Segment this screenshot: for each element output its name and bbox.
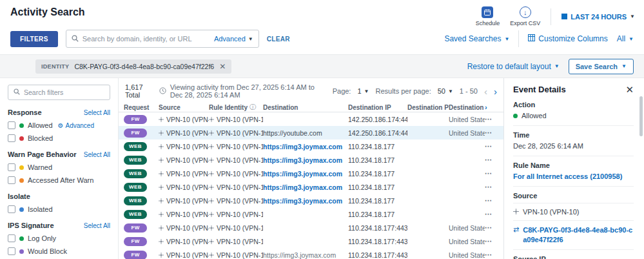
table-row[interactable]: FW VPN-10 (VPN-10) VPN-10 (VPN-10) https…	[119, 248, 503, 259]
table-row[interactable]: WEB VPN-10 (VPN-10) VPN-10 (VPN-10) http…	[119, 140, 503, 153]
row-actions-menu-icon[interactable]: ⋯	[485, 169, 499, 178]
checkbox[interactable]	[8, 205, 15, 213]
rule-identity-cell-label: VPN-10 (VPN-10)	[217, 238, 263, 245]
saved-searches-dropdown[interactable]: Saved Searches ▼	[444, 34, 509, 43]
checkbox[interactable]	[8, 121, 15, 129]
table-row[interactable]: WEB VPN-10 (VPN-10) VPN-10 (VPN-10) http…	[119, 194, 503, 207]
column-header-rule-identity[interactable]: Rule Identity ⓘ	[209, 103, 263, 112]
customize-columns-button[interactable]: Customize Columns	[528, 34, 607, 43]
column-header-destination-port[interactable]: Destination Port	[407, 104, 449, 111]
table-row[interactable]: WEB VPN-10 (VPN-10) VPN-10 (VPN-10) 110.…	[119, 207, 503, 221]
table-row[interactable]: FW VPN-10 (VPN-10) VPN-10 (VPN-10) https…	[119, 126, 503, 140]
page-title: Activity Search	[10, 6, 85, 18]
source-ip-label: Source IP	[513, 255, 634, 259]
row-actions-menu-icon[interactable]: ⋯	[485, 237, 499, 245]
column-header-destination[interactable]: Destination	[263, 104, 348, 111]
filter-section-title: Warn Page Behavior	[8, 150, 77, 158]
source-cell-label: VPN-10 (VPN-10)	[166, 251, 209, 259]
source-identity-link[interactable]: C8K-PAYG-0f3-d4e8-4ea8-bc90-ca09e47f22f6	[523, 225, 634, 245]
time-range-dropdown[interactable]: LAST 24 HOURS ▼	[561, 13, 635, 21]
save-search-button[interactable]: Save Search ▼	[569, 59, 634, 74]
row-actions-menu-icon[interactable]: ⋯	[485, 156, 499, 164]
chip-type-label: IDENTITY	[41, 63, 69, 70]
column-header-request[interactable]: Request	[124, 104, 159, 111]
destination-cell[interactable]: https://img3.joymax.com	[263, 156, 348, 164]
table-row[interactable]: WEB VPN-10 (VPN-10) VPN-10 (VPN-10) http…	[119, 153, 503, 167]
chevron-down-icon: ▼	[248, 36, 253, 42]
per-page-select[interactable]: 50 ▼	[438, 87, 453, 95]
destination-cell[interactable]: https://img3.joymax.com	[263, 143, 348, 150]
scroll-columns-right-icon[interactable]: ›	[485, 103, 499, 111]
row-actions-menu-icon[interactable]: ⋯	[485, 115, 499, 123]
select-all-link[interactable]: Select All	[84, 109, 110, 116]
rule-identity-cell-label: VPN-10 (VPN-10)	[217, 211, 263, 218]
identity-filter-chip[interactable]: IDENTITY C8K-PAYG-0f3-d4e8-4ea8-bc90-ca0…	[35, 59, 231, 74]
destination-cell[interactable]: https://img3.joymax.com	[263, 197, 348, 205]
column-header-source[interactable]: Source	[159, 104, 209, 111]
all-label: All	[617, 34, 625, 43]
checkbox[interactable]	[8, 234, 15, 242]
destination-ip-cell: 110.234.18.177	[348, 211, 407, 218]
restore-layout-dropdown[interactable]: Restore to default layout ▼	[467, 62, 560, 71]
checkbox[interactable]	[8, 247, 15, 255]
table-row[interactable]: FW VPN-10 (VPN-10) VPN-10 (VPN-10) 110.2…	[119, 234, 503, 248]
select-all-link[interactable]: Select All	[84, 151, 110, 158]
filter-item-label: Isolated	[28, 205, 53, 213]
destination-cell[interactable]: https://img3.joymax.com	[263, 183, 348, 191]
next-page-icon[interactable]: ›	[494, 87, 497, 96]
tunnel-icon	[209, 143, 214, 150]
row-actions-menu-icon[interactable]: ⋯	[485, 129, 499, 137]
destination-cell[interactable]: https://youtube.com	[263, 129, 348, 137]
page-select[interactable]: 1 ▼	[357, 87, 369, 95]
row-actions-menu-icon[interactable]: ⋯	[485, 142, 499, 150]
checkbox[interactable]	[8, 163, 15, 171]
checkbox[interactable]	[8, 176, 15, 184]
info-icon[interactable]: ⓘ	[249, 103, 256, 112]
destination-cell[interactable]: https://img3.joymax.com	[263, 170, 348, 178]
scrollbar-thumb[interactable]	[639, 96, 643, 136]
clear-button[interactable]: CLEAR	[267, 36, 290, 43]
close-icon[interactable]: ✕	[219, 63, 226, 70]
destination-cell[interactable]: https://img3.joymax.com	[263, 251, 348, 259]
time-label: Time	[513, 131, 634, 139]
schedule-button[interactable]: Schedule	[476, 6, 500, 26]
close-icon[interactable]: ✕	[625, 85, 634, 94]
rule-name-link[interactable]: For all Internet access (2100958)	[513, 172, 634, 180]
search-box[interactable]: Advanced ▼	[66, 30, 259, 48]
all-dropdown[interactable]: All ▼	[617, 34, 634, 43]
table-row[interactable]: WEB VPN-10 (VPN-10) VPN-10 (VPN-10) http…	[119, 180, 503, 194]
table-row[interactable]: WEB VPN-10 (VPN-10) VPN-10 (VPN-10) http…	[119, 167, 503, 180]
column-header-destination-country[interactable]: Destination Cou	[449, 104, 485, 111]
activity-table-area: 1,617 Total Viewing activity from Dec 27…	[119, 78, 503, 259]
filter-search-input[interactable]	[24, 88, 104, 96]
tunnel-icon	[209, 116, 214, 123]
destination-country-cell: United States	[449, 129, 485, 137]
search-input[interactable]	[83, 35, 210, 43]
row-actions-menu-icon[interactable]: ⋯	[485, 196, 499, 205]
select-all-link[interactable]: Select All	[84, 222, 110, 229]
row-actions-menu-icon[interactable]: ⋯	[485, 251, 499, 259]
source-cell-label: VPN-10 (VPN-10)	[166, 143, 209, 150]
destination-ip-cell: 110.234.18.177	[348, 143, 407, 150]
row-actions-menu-icon[interactable]: ⋯	[485, 210, 499, 218]
table-row[interactable]: FW VPN-10 (VPN-10) VPN-10 (VPN-10) 110.2…	[119, 221, 503, 234]
export-csv-button[interactable]: ↓ Export CSV	[510, 6, 540, 26]
tunnel-icon	[159, 183, 164, 191]
previous-page-icon[interactable]: ‹	[484, 87, 487, 96]
row-actions-menu-icon[interactable]: ⋯	[485, 223, 499, 232]
request-type-badge: WEB	[124, 156, 147, 165]
column-header-destination-ip[interactable]: Destination IP	[348, 104, 407, 111]
time-value: Dec 28, 2025 6:14 AM	[513, 142, 634, 150]
advanced-link[interactable]: ⚙Advanced	[58, 122, 94, 129]
filters-button[interactable]: FILTERS	[10, 31, 58, 47]
filter-search-box[interactable]	[8, 85, 110, 100]
destination-ip-cell: 110.234.18.177	[348, 183, 407, 191]
request-type-badge: WEB	[124, 196, 147, 205]
advanced-dropdown[interactable]: Advanced ▼	[214, 35, 253, 43]
row-actions-menu-icon[interactable]: ⋯	[485, 183, 499, 191]
table-row[interactable]: FW VPN-10 (VPN-10) VPN-10 (VPN-10) 142.2…	[119, 112, 503, 126]
checkbox[interactable]	[8, 134, 15, 142]
destination-ip-cell: 110.234.18.177:443	[348, 251, 407, 259]
time-field: Time Dec 28, 2025 6:14 AM	[513, 126, 634, 156]
filter-item-label: Accessed After Warn	[28, 176, 93, 184]
